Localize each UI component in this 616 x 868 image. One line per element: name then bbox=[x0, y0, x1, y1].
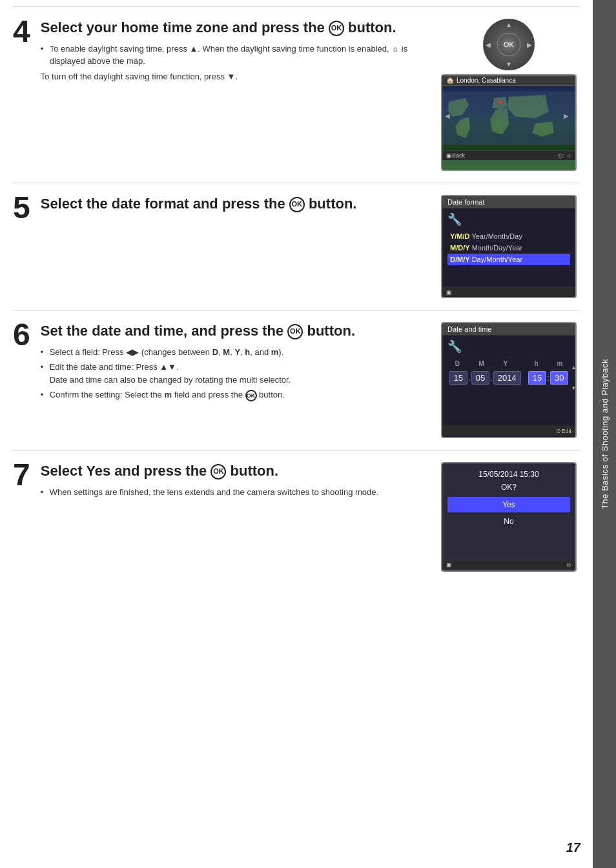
ok-button-icon-5: OK bbox=[289, 197, 305, 212]
confirm-ok-text: OK? bbox=[442, 483, 575, 492]
time-min-value: 30 bbox=[550, 371, 568, 385]
step-6-bullet-3: Confirm the setting: Select the m field … bbox=[41, 389, 355, 401]
time-arrows: ▲ bbox=[570, 365, 577, 370]
time-sep: : bbox=[547, 373, 549, 383]
sidebar: The Basics of Shooting and Playback bbox=[593, 0, 616, 868]
field-y-label: Y bbox=[503, 360, 508, 367]
screen6-edit-icon: ⊙ bbox=[556, 428, 561, 434]
date-format-mdy: M/D/Y Month/Day/Year bbox=[447, 242, 570, 254]
camera-screen-step6: Date and time 🔧 D M Y h m 15 . 05 bbox=[441, 322, 577, 438]
world-map-svg: ◀ ▶ bbox=[442, 86, 575, 150]
date-format-list: Y/M/D Year/Month/Day M/D/Y Month/Day/Yea… bbox=[442, 228, 575, 268]
field-d-label: D bbox=[455, 360, 460, 367]
nav-dial-outer: ▲ ▼ ◀ ▶ OK bbox=[483, 19, 535, 70]
screen6-footer: ⊙ Edit bbox=[442, 426, 575, 436]
step-4-number: 4 bbox=[13, 16, 30, 47]
camera-screen-step7: 15/05/2014 15:30 OK? Yes No ▣ ⊙ bbox=[441, 462, 577, 572]
screen5-tuner: 🔧 bbox=[442, 208, 575, 228]
time-hour-value: 15 bbox=[528, 371, 546, 385]
ok-button-icon-4: OK bbox=[329, 21, 344, 36]
camera-screen-step4: 🏠 London, Casablanca bbox=[441, 74, 577, 171]
step-7-bullet-1: When settings are finished, the lens ext… bbox=[41, 486, 378, 499]
screen4-location: London, Casablanca bbox=[457, 77, 516, 84]
step-5-section: 5 Select the date format and press the O… bbox=[13, 183, 580, 310]
step-5-right: Date format 🔧 Y/M/D Year/Month/Day M/D/Y… bbox=[438, 195, 580, 298]
screen7-footer: ▣ ⊙ bbox=[442, 560, 575, 569]
confirm-no-option: No bbox=[447, 514, 570, 529]
date-day-value: 15 bbox=[449, 371, 467, 385]
nav-arrow-left-icon: ◀ bbox=[486, 41, 491, 48]
step-7-title: Select Yes and press the OK button. bbox=[41, 462, 378, 481]
nav-arrow-right-icon: ▶ bbox=[527, 41, 532, 48]
screen4-back-label: Back bbox=[452, 152, 465, 159]
date-format-dmy-desc: Day/Month/Year bbox=[472, 256, 522, 263]
step-4-note: To turn off the daylight saving time fun… bbox=[41, 70, 431, 83]
step-7-number: 7 bbox=[13, 459, 30, 490]
nav-arrow-up-icon: ▲ bbox=[506, 21, 512, 28]
svg-point-1 bbox=[498, 100, 502, 104]
step-6-body: Select a field: Press ◀▶ (changes betwee… bbox=[41, 346, 355, 401]
nav-arrow-down-icon: ▼ bbox=[506, 61, 512, 68]
screen4-back-icon: ▣ bbox=[446, 152, 452, 159]
step-4-body: To enable daylight saving time, press ▲.… bbox=[41, 43, 431, 83]
screen7-ok-icon: ⊙ bbox=[566, 561, 571, 568]
arrow-down: ▼ bbox=[571, 385, 576, 391]
step-4-bullet-1: To enable daylight saving time, press ▲.… bbox=[41, 43, 431, 68]
time-arrows-down: ▼ bbox=[570, 385, 577, 391]
camera-screen-step5: Date format 🔧 Y/M/D Year/Month/Day M/D/Y… bbox=[441, 195, 577, 298]
step-6-bullet-2: Edit the date and time: Press ▲▼.Date an… bbox=[41, 361, 355, 386]
world-map-area: ◀ ▶ bbox=[442, 86, 575, 150]
home-icon: 🏠 bbox=[446, 77, 454, 84]
step-7-right: 15/05/2014 15:30 OK? Yes No ▣ ⊙ bbox=[438, 462, 580, 572]
sidebar-label: The Basics of Shooting and Playback bbox=[600, 359, 610, 509]
date-format-dmy: D/M/Y Day/Month/Year bbox=[447, 254, 570, 265]
step-6-section: 6 Set the date and time, and press the O… bbox=[13, 310, 580, 450]
step-5-title: Select the date format and press the OK … bbox=[41, 195, 357, 214]
nav-dial-section: ▲ ▼ ◀ ▶ OK bbox=[483, 19, 535, 70]
datetime-fields-labels: D M Y h m bbox=[442, 355, 575, 370]
field-m-label: M bbox=[479, 360, 484, 367]
step-4-right: ▲ ▼ ◀ ▶ OK 🏠 London, Casablanca bbox=[438, 19, 580, 171]
screen6-tuner: 🔧 bbox=[442, 336, 575, 355]
page-number: 17 bbox=[566, 840, 580, 855]
field-h-label: h bbox=[535, 360, 539, 367]
step-6-number: 6 bbox=[13, 319, 30, 350]
screen5-footer: ▣ bbox=[442, 287, 575, 297]
screen5-header: Date format bbox=[442, 196, 575, 208]
confirm-yes-option: Yes bbox=[447, 497, 570, 512]
step-6-title: Set the date and time, and press the OK … bbox=[41, 322, 355, 341]
screen4-header: 🏠 London, Casablanca bbox=[442, 76, 575, 86]
datetime-values-row: 15 . 05 . 2014 ▲ 15 : 30 bbox=[442, 370, 575, 389]
date-year-value: 2014 bbox=[493, 371, 521, 385]
date-month-value: 05 bbox=[471, 371, 489, 385]
screen7-menu-icon: ▣ bbox=[446, 561, 452, 568]
step-6-right: Date and time 🔧 D M Y h m 15 . 05 bbox=[438, 322, 580, 438]
step-6-bullet-1: Select a field: Press ◀▶ (changes betwee… bbox=[41, 346, 355, 359]
arrow-up: ▲ bbox=[571, 365, 576, 370]
field-min-label: m bbox=[557, 360, 562, 367]
date-sep1: . bbox=[468, 373, 471, 383]
screen4-footer: ▣ Back ⊙: ☼ bbox=[442, 150, 575, 160]
step-7-section: 7 Select Yes and press the OK button. Wh… bbox=[13, 450, 580, 583]
date-format-ymd-code: Y/M/D bbox=[450, 232, 470, 240]
nav-dial: ▲ ▼ ◀ ▶ OK bbox=[483, 19, 535, 70]
date-sep2: . bbox=[490, 373, 493, 383]
step-4-title: Select your home time zone and press the… bbox=[41, 19, 431, 37]
svg-text:◀: ◀ bbox=[445, 112, 450, 119]
screen5-menu-icon: ▣ bbox=[446, 289, 452, 296]
screen6-header: Date and time bbox=[442, 323, 575, 336]
date-format-ymd-desc: Year/Month/Day bbox=[471, 232, 522, 240]
svg-text:▶: ▶ bbox=[564, 112, 569, 119]
step-5-number: 5 bbox=[13, 192, 30, 223]
screen4-edit-icon: ⊙: ☼ bbox=[558, 152, 571, 159]
step-7-body: When settings are finished, the lens ext… bbox=[41, 486, 378, 499]
ok-circle-inline: OK bbox=[245, 390, 257, 401]
date-format-dmy-code: D/M/Y bbox=[450, 256, 470, 263]
date-format-mdy-desc: Month/Day/Year bbox=[472, 244, 522, 252]
ok-button-icon-6: OK bbox=[287, 324, 303, 339]
date-format-ymd: Y/M/D Year/Month/Day bbox=[447, 230, 570, 242]
confirm-datetime: 15/05/2014 15:30 bbox=[442, 463, 575, 483]
step-4-section: 4 Select your home time zone and press t… bbox=[13, 7, 580, 183]
nav-arrows: ▲ ▼ ◀ ▶ bbox=[484, 20, 533, 69]
date-format-mdy-code: M/D/Y bbox=[450, 244, 470, 252]
